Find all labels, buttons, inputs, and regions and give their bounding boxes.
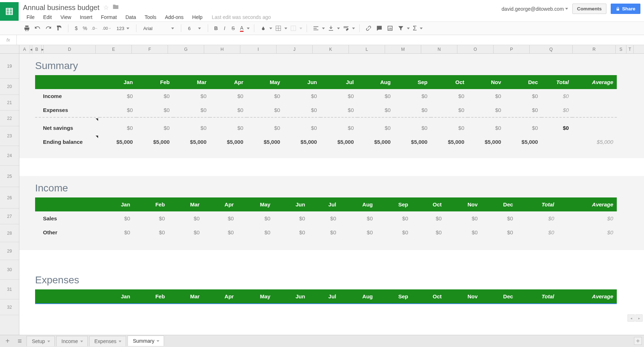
formula-bar: fx — [0, 35, 644, 45]
menu-edit[interactable]: Edit — [40, 13, 56, 21]
col-header-A[interactable]: A — [19, 45, 30, 53]
tab-setup[interactable]: Setup — [27, 336, 55, 346]
bold-button[interactable]: B — [212, 24, 220, 33]
strike-button[interactable]: S — [230, 24, 237, 33]
folder-icon[interactable] — [112, 4, 119, 12]
menu-bar: File Edit View Insert Format Data Tools … — [23, 13, 501, 21]
insert-chart-icon[interactable] — [385, 24, 395, 33]
col-header-G[interactable]: G — [168, 45, 204, 53]
col-header-R[interactable]: R — [573, 45, 616, 53]
row-header-27[interactable]: 27 — [0, 209, 19, 224]
row-header-23[interactable]: 23 — [0, 126, 19, 146]
col-header-F[interactable]: F — [132, 45, 168, 53]
summary-table[interactable]: JanFebMarApr MayJunJulAug SepOctNovDec T… — [35, 75, 617, 149]
expenses-table[interactable]: JanFebMarApr MayJunJulAug SepOctNovDec T… — [35, 289, 617, 304]
row-header-30[interactable]: 30 — [0, 260, 19, 280]
income-table[interactable]: JanFebMarApr MayJunJulAug SepOctNovDec T… — [35, 197, 617, 239]
income-row-sales[interactable]: Sales $0$0$0$0$0$0$0$0$0$0$0$0 $0$0 — [35, 211, 617, 225]
merge-cells-button[interactable] — [289, 24, 298, 33]
select-all-corner[interactable] — [0, 45, 19, 53]
menu-data[interactable]: Data — [122, 13, 140, 21]
redo-icon[interactable] — [44, 24, 53, 33]
tab-expenses[interactable]: Expenses — [89, 336, 126, 346]
col-header-L[interactable]: L — [349, 45, 385, 53]
decrease-decimal[interactable]: .0← — [90, 24, 99, 33]
col-header-H[interactable]: H — [204, 45, 240, 53]
menu-addons[interactable]: Add-ons — [161, 13, 187, 21]
h-align-button[interactable] — [311, 24, 321, 33]
row-header-29[interactable]: 29 — [0, 242, 19, 260]
col-header-K[interactable]: K — [313, 45, 349, 53]
col-header-I[interactable]: I — [240, 45, 277, 53]
wrap-button[interactable] — [341, 24, 351, 33]
print-icon[interactable] — [22, 24, 32, 33]
undo-icon[interactable] — [33, 24, 42, 33]
borders-button[interactable] — [274, 24, 283, 33]
scroll-left-icon[interactable]: ◂ — [628, 314, 635, 322]
text-color-button[interactable]: A — [238, 24, 245, 33]
insert-comment-icon[interactable] — [375, 24, 384, 33]
col-header-S[interactable]: S — [616, 45, 626, 53]
tab-summary[interactable]: Summary — [128, 336, 164, 346]
menu-tools[interactable]: Tools — [141, 13, 160, 21]
menu-file[interactable]: File — [23, 13, 38, 21]
row-header-32[interactable]: 32 — [0, 299, 19, 315]
v-align-button[interactable] — [326, 24, 336, 33]
explore-button[interactable] — [634, 337, 642, 345]
menu-format[interactable]: Format — [97, 13, 120, 21]
summary-title: Summary — [35, 60, 639, 72]
col-header-Q[interactable]: Q — [530, 45, 573, 53]
formula-input[interactable] — [16, 35, 644, 45]
row-header-25[interactable]: 25 — [0, 166, 19, 187]
format-percent[interactable]: % — [81, 24, 88, 33]
menu-help[interactable]: Help — [189, 13, 206, 21]
sheets-app-icon[interactable] — [0, 2, 19, 21]
col-header-J[interactable]: J — [277, 45, 313, 53]
row-header-31[interactable]: 31 — [0, 280, 19, 299]
col-header-M[interactable]: M — [385, 45, 421, 53]
col-header-P[interactable]: P — [494, 45, 530, 53]
row-header-26[interactable]: 26 — [0, 187, 19, 209]
col-header-O[interactable]: O — [457, 45, 494, 53]
all-sheets-button[interactable]: ≡ — [14, 336, 25, 347]
fill-color-button[interactable] — [259, 24, 268, 33]
row-header-24[interactable]: 24 — [0, 146, 19, 166]
functions-button[interactable]: Σ — [411, 24, 418, 33]
insert-link-icon[interactable] — [364, 24, 373, 33]
menu-insert[interactable]: Insert — [76, 13, 96, 21]
font-select[interactable]: Arial — [141, 25, 177, 32]
add-sheet-button[interactable]: + — [2, 336, 13, 347]
col-header-E[interactable]: E — [96, 45, 132, 53]
col-header-B[interactable]: B — [32, 45, 42, 53]
document-title[interactable]: Annual business budget — [23, 4, 100, 12]
comments-button[interactable]: Comments — [572, 4, 606, 14]
col-header-D[interactable]: D — [44, 45, 96, 53]
summary-row-expenses[interactable]: Expenses $0$0$0$0$0$0$0$0$0$0$0$0 $0 — [35, 103, 617, 117]
star-icon[interactable]: ☆ — [103, 4, 109, 11]
income-row-other[interactable]: Other $0$0$0$0$0$0$0$0$0$0$0$0 $0$0 — [35, 225, 617, 239]
col-header-N[interactable]: N — [421, 45, 457, 53]
user-email[interactable]: david.george@ditoweb.com — [501, 6, 568, 12]
number-format-select[interactable]: 123 — [114, 25, 132, 32]
paint-format-icon[interactable] — [54, 24, 64, 33]
col-header-T[interactable]: T — [626, 45, 634, 53]
summary-row-net[interactable]: Net savings $0$0$0$0$0$0$0$0$0$0$0$0 $0 — [35, 117, 617, 135]
summary-row-income[interactable]: Income $0$0$0$0$0$0$0$0$0$0$0$0 $0 — [35, 89, 617, 103]
scroll-right-icon[interactable]: ▸ — [635, 314, 643, 322]
row-header-19[interactable]: 19 — [0, 54, 19, 79]
filter-icon[interactable] — [396, 24, 405, 33]
increase-decimal[interactable]: .00→ — [101, 24, 112, 33]
row-header-22[interactable]: 22 — [0, 111, 19, 126]
row-headers: 19 20 21 22 23 24 25 26 27 28 29 30 31 3… — [0, 54, 19, 336]
font-size-select[interactable]: 6 — [186, 25, 203, 32]
summary-row-ending[interactable]: Ending balance $5,000$5,000$5,000$5,000$… — [35, 135, 617, 149]
menu-view[interactable]: View — [57, 13, 75, 21]
row-header-21[interactable]: 21 — [0, 95, 19, 111]
italic-button[interactable]: I — [221, 24, 228, 33]
row-header-20[interactable]: 20 — [0, 79, 19, 95]
tab-income[interactable]: Income — [56, 336, 88, 346]
share-button[interactable]: Share — [611, 4, 640, 14]
format-currency[interactable]: $ — [73, 24, 80, 33]
spreadsheet-grid[interactable]: Summary JanFebMarApr MayJunJulAug SepOct… — [19, 54, 644, 336]
row-header-28[interactable]: 28 — [0, 224, 19, 242]
